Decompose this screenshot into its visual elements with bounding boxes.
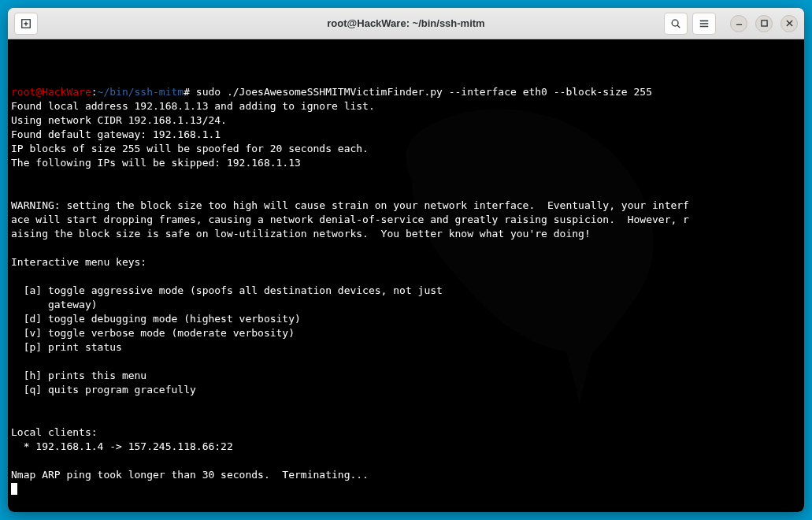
titlebar: root@HackWare: ~/bin/ssh-mitm xyxy=(8,8,804,39)
clients-header: Local clients: xyxy=(11,426,98,438)
minimize-button[interactable] xyxy=(730,15,747,32)
warning-line: aising the block size is safe on low-uti… xyxy=(11,228,591,240)
warning-line: ace will start dropping frames, causing … xyxy=(11,214,689,225)
output-line: The following IPs will be skipped: 192.1… xyxy=(11,157,301,169)
menu-item: [h] prints this menu xyxy=(11,370,146,381)
menu-item: [a] toggle aggressive mode (spoofs all d… xyxy=(11,284,443,296)
hamburger-icon xyxy=(699,18,710,29)
close-icon xyxy=(786,20,793,27)
prompt-user: root@HackWare xyxy=(11,86,91,98)
menu-item: [v] toggle verbose mode (moderate verbos… xyxy=(11,327,295,339)
menu-header: Interactive menu keys: xyxy=(11,256,146,268)
new-tab-button[interactable] xyxy=(14,13,38,35)
menu-item: [q] quits program gracefully xyxy=(11,384,196,396)
output-line: Found local address 192.168.1.13 and add… xyxy=(11,100,375,112)
terminal-window: root@HackWare: ~/bin/ssh-mitm xyxy=(8,8,804,512)
prompt-hash: # xyxy=(184,86,190,98)
cursor xyxy=(11,483,17,495)
search-icon xyxy=(670,18,681,29)
client-line: * 192.168.1.4 -> 157.245.118.66:22 xyxy=(11,440,233,452)
menu-button[interactable] xyxy=(692,13,716,35)
prompt-path: ~/bin/ssh-mitm xyxy=(98,86,184,98)
warning-line: WARNING: setting the block size too high… xyxy=(11,199,689,211)
close-button[interactable] xyxy=(780,15,798,32)
menu-item: [p] print status xyxy=(11,341,122,353)
output-line: Found default gateway: 192.168.1.1 xyxy=(11,128,221,140)
output-line: Using network CIDR 192.168.1.13/24. xyxy=(11,114,227,126)
menu-item: [d] toggle debugging mode (highest verbo… xyxy=(11,313,301,325)
svg-line-4 xyxy=(677,25,680,28)
minimize-icon xyxy=(736,20,743,27)
nmap-line: Nmap ARP ping took longer than 30 second… xyxy=(11,469,369,481)
maximize-button[interactable] xyxy=(755,15,773,32)
svg-rect-9 xyxy=(761,20,766,26)
svg-point-3 xyxy=(672,20,678,26)
command-text: sudo ./JoesAwesomeSSHMITMVictimFinder.py… xyxy=(196,86,652,98)
terminal-body[interactable]: root@HackWare:~/bin/ssh-mitm# sudo ./Joe… xyxy=(8,39,804,512)
prompt-separator: : xyxy=(91,86,98,98)
new-tab-icon xyxy=(20,18,32,29)
search-button[interactable] xyxy=(664,13,688,35)
menu-item: gateway) xyxy=(11,299,98,310)
terminal-output: root@HackWare:~/bin/ssh-mitm# sudo ./Joe… xyxy=(11,85,801,496)
maximize-icon xyxy=(761,20,768,27)
output-line: IP blocks of size 255 will be spoofed fo… xyxy=(11,143,369,154)
